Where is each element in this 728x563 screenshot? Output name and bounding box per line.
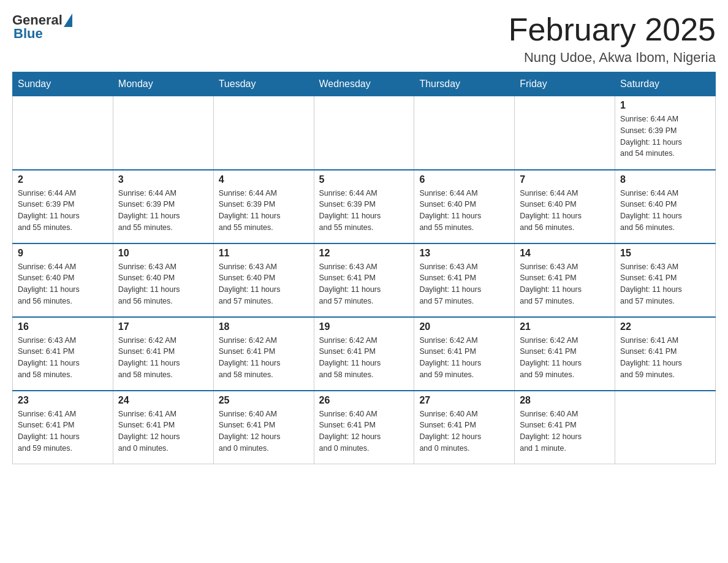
calendar-week-row: 23Sunrise: 6:41 AM Sunset: 6:41 PM Dayli… (13, 391, 716, 464)
day-number: 8 (620, 174, 710, 185)
day-number: 11 (219, 248, 309, 259)
day-number: 27 (419, 395, 509, 406)
day-number: 10 (118, 248, 208, 259)
day-number: 19 (319, 321, 409, 332)
logo: General Blue (12, 12, 72, 42)
title-block: February 2025 Nung Udoe, Akwa Ibom, Nige… (509, 12, 716, 66)
day-number: 17 (118, 321, 208, 332)
day-info: Sunrise: 6:43 AM Sunset: 6:41 PM Dayligh… (18, 335, 108, 381)
calendar-day-cell: 10Sunrise: 6:43 AM Sunset: 6:40 PM Dayli… (113, 243, 213, 317)
calendar-day-header: Thursday (414, 72, 515, 96)
calendar-day-header: Sunday (13, 72, 113, 96)
day-number: 2 (18, 174, 108, 185)
day-info: Sunrise: 6:44 AM Sunset: 6:40 PM Dayligh… (419, 188, 509, 234)
day-info: Sunrise: 6:41 AM Sunset: 6:41 PM Dayligh… (620, 335, 710, 381)
calendar-table: SundayMondayTuesdayWednesdayThursdayFrid… (12, 72, 716, 464)
day-info: Sunrise: 6:44 AM Sunset: 6:39 PM Dayligh… (319, 188, 409, 234)
month-title: February 2025 (509, 12, 716, 47)
day-info: Sunrise: 6:40 AM Sunset: 6:41 PM Dayligh… (520, 408, 610, 454)
day-info: Sunrise: 6:44 AM Sunset: 6:40 PM Dayligh… (620, 188, 710, 234)
calendar-day-cell: 11Sunrise: 6:43 AM Sunset: 6:40 PM Dayli… (213, 243, 314, 317)
calendar-day-header: Tuesday (213, 72, 314, 96)
calendar-day-cell: 18Sunrise: 6:42 AM Sunset: 6:41 PM Dayli… (213, 317, 314, 391)
calendar-day-cell (213, 96, 314, 170)
calendar-day-cell: 3Sunrise: 6:44 AM Sunset: 6:39 PM Daylig… (113, 170, 213, 243)
logo-blue-text: Blue (13, 26, 43, 42)
calendar-day-cell (13, 96, 113, 170)
calendar-day-cell: 1Sunrise: 6:44 AM Sunset: 6:39 PM Daylig… (615, 96, 716, 170)
day-number: 1 (620, 100, 710, 111)
day-number: 5 (319, 174, 409, 185)
day-number: 20 (419, 321, 509, 332)
day-number: 25 (219, 395, 309, 406)
calendar-day-cell: 2Sunrise: 6:44 AM Sunset: 6:39 PM Daylig… (13, 170, 113, 243)
day-info: Sunrise: 6:44 AM Sunset: 6:39 PM Dayligh… (219, 188, 309, 234)
day-number: 21 (520, 321, 610, 332)
day-info: Sunrise: 6:42 AM Sunset: 6:41 PM Dayligh… (319, 335, 409, 381)
calendar-day-cell: 6Sunrise: 6:44 AM Sunset: 6:40 PM Daylig… (414, 170, 515, 243)
calendar-day-cell: 14Sunrise: 6:43 AM Sunset: 6:41 PM Dayli… (515, 243, 615, 317)
day-info: Sunrise: 6:43 AM Sunset: 6:41 PM Dayligh… (319, 261, 409, 307)
calendar-day-header: Saturday (615, 72, 716, 96)
day-info: Sunrise: 6:40 AM Sunset: 6:41 PM Dayligh… (419, 408, 509, 454)
day-info: Sunrise: 6:43 AM Sunset: 6:40 PM Dayligh… (219, 261, 309, 307)
calendar-day-cell: 23Sunrise: 6:41 AM Sunset: 6:41 PM Dayli… (13, 391, 113, 464)
day-number: 13 (419, 248, 509, 259)
calendar-day-header: Monday (113, 72, 213, 96)
calendar-day-cell: 4Sunrise: 6:44 AM Sunset: 6:39 PM Daylig… (213, 170, 314, 243)
logo-triangle-icon (64, 13, 72, 27)
location-text: Nung Udoe, Akwa Ibom, Nigeria (509, 50, 716, 66)
day-info: Sunrise: 6:44 AM Sunset: 6:39 PM Dayligh… (18, 188, 108, 234)
calendar-day-cell: 24Sunrise: 6:41 AM Sunset: 6:41 PM Dayli… (113, 391, 213, 464)
day-number: 15 (620, 248, 710, 259)
calendar-day-cell: 8Sunrise: 6:44 AM Sunset: 6:40 PM Daylig… (615, 170, 716, 243)
calendar-week-row: 9Sunrise: 6:44 AM Sunset: 6:40 PM Daylig… (13, 243, 716, 317)
day-info: Sunrise: 6:44 AM Sunset: 6:39 PM Dayligh… (620, 113, 710, 159)
calendar-week-row: 16Sunrise: 6:43 AM Sunset: 6:41 PM Dayli… (13, 317, 716, 391)
calendar-day-header: Wednesday (314, 72, 414, 96)
day-info: Sunrise: 6:41 AM Sunset: 6:41 PM Dayligh… (18, 408, 108, 454)
calendar-day-cell: 17Sunrise: 6:42 AM Sunset: 6:41 PM Dayli… (113, 317, 213, 391)
day-info: Sunrise: 6:44 AM Sunset: 6:40 PM Dayligh… (520, 188, 610, 234)
day-number: 12 (319, 248, 409, 259)
day-info: Sunrise: 6:40 AM Sunset: 6:41 PM Dayligh… (219, 408, 309, 454)
calendar-day-cell: 22Sunrise: 6:41 AM Sunset: 6:41 PM Dayli… (615, 317, 716, 391)
day-info: Sunrise: 6:42 AM Sunset: 6:41 PM Dayligh… (219, 335, 309, 381)
calendar-day-cell: 21Sunrise: 6:42 AM Sunset: 6:41 PM Dayli… (515, 317, 615, 391)
calendar-day-cell: 20Sunrise: 6:42 AM Sunset: 6:41 PM Dayli… (414, 317, 515, 391)
calendar-day-cell: 27Sunrise: 6:40 AM Sunset: 6:41 PM Dayli… (414, 391, 515, 464)
day-number: 7 (520, 174, 610, 185)
day-number: 6 (419, 174, 509, 185)
day-number: 28 (520, 395, 610, 406)
day-number: 22 (620, 321, 710, 332)
calendar-day-cell (314, 96, 414, 170)
day-number: 9 (18, 248, 108, 259)
calendar-day-cell: 26Sunrise: 6:40 AM Sunset: 6:41 PM Dayli… (314, 391, 414, 464)
calendar-week-row: 1Sunrise: 6:44 AM Sunset: 6:39 PM Daylig… (13, 96, 716, 170)
calendar-day-cell (515, 96, 615, 170)
day-info: Sunrise: 6:42 AM Sunset: 6:41 PM Dayligh… (419, 335, 509, 381)
calendar-day-cell: 13Sunrise: 6:43 AM Sunset: 6:41 PM Dayli… (414, 243, 515, 317)
day-number: 3 (118, 174, 208, 185)
day-info: Sunrise: 6:44 AM Sunset: 6:39 PM Dayligh… (118, 188, 208, 234)
calendar-day-header: Friday (515, 72, 615, 96)
day-number: 4 (219, 174, 309, 185)
day-info: Sunrise: 6:43 AM Sunset: 6:40 PM Dayligh… (118, 261, 208, 307)
day-info: Sunrise: 6:41 AM Sunset: 6:41 PM Dayligh… (118, 408, 208, 454)
day-info: Sunrise: 6:43 AM Sunset: 6:41 PM Dayligh… (419, 261, 509, 307)
day-info: Sunrise: 6:42 AM Sunset: 6:41 PM Dayligh… (520, 335, 610, 381)
calendar-header-row: SundayMondayTuesdayWednesdayThursdayFrid… (13, 72, 716, 96)
calendar-day-cell: 19Sunrise: 6:42 AM Sunset: 6:41 PM Dayli… (314, 317, 414, 391)
day-number: 18 (219, 321, 309, 332)
calendar-day-cell: 25Sunrise: 6:40 AM Sunset: 6:41 PM Dayli… (213, 391, 314, 464)
day-number: 26 (319, 395, 409, 406)
calendar-day-cell: 28Sunrise: 6:40 AM Sunset: 6:41 PM Dayli… (515, 391, 615, 464)
calendar-day-cell (113, 96, 213, 170)
calendar-day-cell: 16Sunrise: 6:43 AM Sunset: 6:41 PM Dayli… (13, 317, 113, 391)
calendar-day-cell: 5Sunrise: 6:44 AM Sunset: 6:39 PM Daylig… (314, 170, 414, 243)
day-info: Sunrise: 6:43 AM Sunset: 6:41 PM Dayligh… (520, 261, 610, 307)
day-info: Sunrise: 6:44 AM Sunset: 6:40 PM Dayligh… (18, 261, 108, 307)
day-number: 14 (520, 248, 610, 259)
calendar-day-cell (615, 391, 716, 464)
day-info: Sunrise: 6:42 AM Sunset: 6:41 PM Dayligh… (118, 335, 208, 381)
